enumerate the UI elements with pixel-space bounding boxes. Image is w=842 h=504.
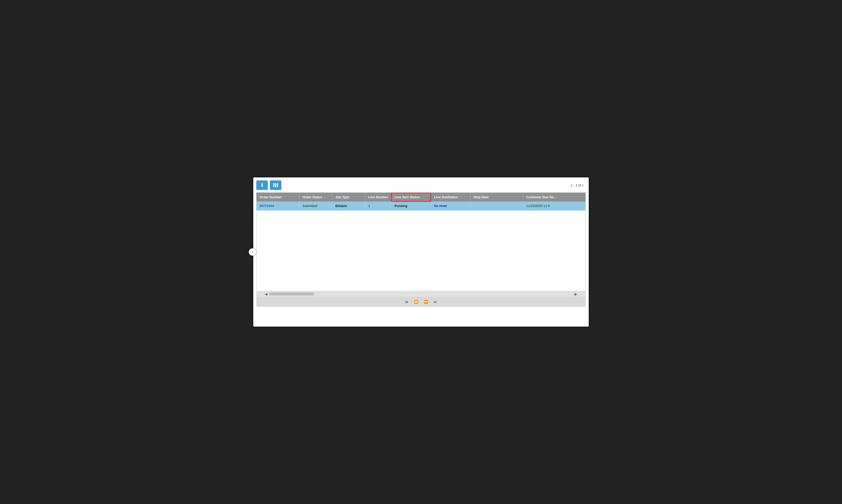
data-table: Order Number Order Status Job Type Line … [257, 193, 585, 210]
col-header-line-item-status[interactable]: Line Item Status [391, 193, 431, 201]
cell-line-number: 1 [365, 201, 392, 210]
horizontal-scrollbar[interactable]: ◀ ▶ [256, 291, 586, 297]
bottom-section: ◀ ▶ ⏮ ⏪ ⏩ ⏭ [256, 291, 586, 307]
table-header-row: Order Number Order Status Job Type Line … [257, 193, 585, 201]
pagination-nav: ⏮ ⏪ ⏩ ⏭ [256, 297, 586, 307]
scroll-left-arrow[interactable]: ◀ [263, 292, 269, 296]
scrollbar-track[interactable] [269, 292, 573, 296]
cell-customer-due-date: 11/23/2023 11:5 [523, 201, 585, 210]
cell-order-status: Submitted [299, 201, 332, 210]
svg-rect-2 [277, 183, 278, 187]
empty-table-area [256, 211, 586, 291]
cell-line-item-status: Pending [391, 201, 431, 210]
col-header-job-type[interactable]: Job Type [332, 193, 365, 201]
top-bar: ⬇ 1 - 1 of 1 [256, 180, 586, 190]
last-page-button[interactable]: ⏭ [433, 299, 438, 304]
toolbar: ⬇ [256, 180, 281, 190]
cell-line-substatus: On Hold [431, 201, 470, 210]
col-header-customer-due-date[interactable]: Customer Due Da... [523, 193, 585, 201]
table-row: 30721834 Submitted Billable 1 Pending On… [257, 201, 585, 210]
col-header-line-number[interactable]: Line Number [365, 193, 392, 201]
next-page-button[interactable]: ⏩ [423, 299, 429, 304]
first-page-button[interactable]: ⏮ [404, 299, 409, 304]
svg-rect-0 [273, 183, 274, 187]
order-number-link[interactable]: 30721834 [260, 204, 274, 208]
col-header-order-status[interactable]: Order Status [299, 193, 332, 201]
download-button[interactable]: ⬇ [256, 180, 268, 190]
cell-order-number[interactable]: 30721834 [257, 201, 299, 210]
main-window: ‹ ⬇ 1 - 1 of 1 Order Number Order Status… [253, 177, 589, 327]
prev-page-button[interactable]: ⏪ [413, 299, 419, 304]
scroll-right-arrow[interactable]: ▶ [573, 292, 579, 296]
col-header-order-number[interactable]: Order Number [257, 193, 299, 201]
side-collapse-arrow[interactable]: ‹ [249, 248, 256, 256]
data-table-wrapper: Order Number Order Status Job Type Line … [256, 193, 586, 211]
cell-job-type: Billable [332, 201, 365, 210]
svg-rect-1 [275, 183, 276, 187]
pagination-info: 1 - 1 of 1 [571, 183, 586, 187]
scrollbar-thumb[interactable] [269, 292, 314, 295]
col-header-line-substatus[interactable]: Line SubStatus [431, 193, 470, 201]
col-header-ship-date[interactable]: Ship Date [470, 193, 523, 201]
columns-button[interactable] [270, 180, 281, 190]
cell-ship-date [470, 201, 523, 210]
